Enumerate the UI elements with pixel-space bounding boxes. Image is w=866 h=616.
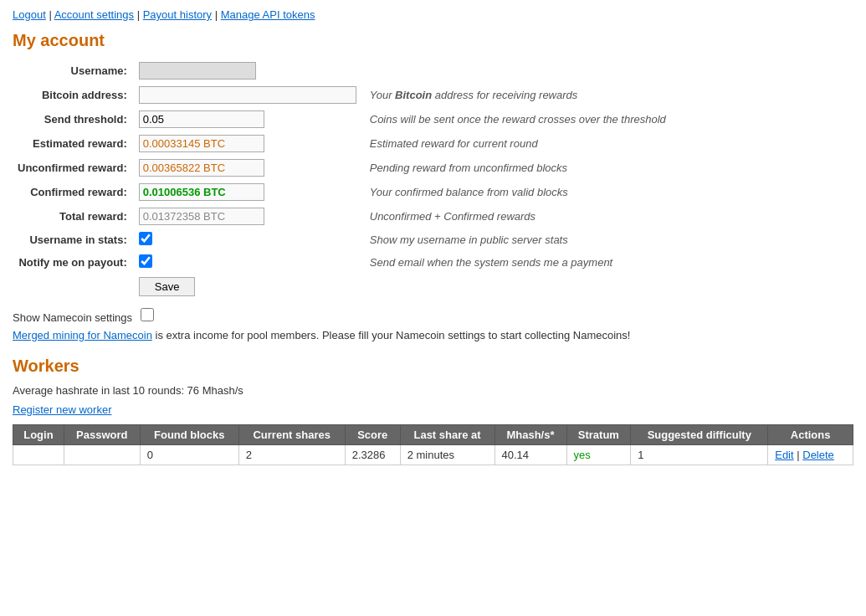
worker-found-blocks: 0 xyxy=(140,445,238,465)
namecoin-settings-row: Show Namecoin settings xyxy=(13,308,853,324)
payout-history-link[interactable]: Payout history xyxy=(143,8,212,21)
worker-password xyxy=(64,445,140,465)
estimated-reward-row: Estimated reward: Estimated reward for c… xyxy=(13,131,671,156)
col-suggested-difficulty: Suggested difficulty xyxy=(631,425,768,445)
workers-table-body: 0 2 2.3286 2 minutes 40.14 yes 1 Edit | … xyxy=(13,445,853,465)
worker-actions: Edit | Delete xyxy=(768,445,853,465)
worker-stratum: yes xyxy=(566,445,631,465)
send-threshold-label: Send threshold: xyxy=(13,107,134,131)
estimated-reward-field-cell xyxy=(134,131,361,156)
namecoin-settings-checkbox[interactable] xyxy=(141,308,154,321)
namecoin-link[interactable]: Merged mining for Namecoin xyxy=(13,329,152,341)
top-nav: Logout | Account settings | Payout histo… xyxy=(13,8,853,21)
col-stratum: Stratum xyxy=(566,425,631,445)
workers-section: Workers Average hashrate in last 10 roun… xyxy=(13,357,853,465)
logout-link[interactable]: Logout xyxy=(13,8,46,21)
btc-hint-post: address for receiving rewards xyxy=(432,89,577,101)
total-reward-row: Total reward: Unconfirmed + Confirmed re… xyxy=(13,204,671,228)
confirmed-reward-hint: Your confirmed balance from valid blocks xyxy=(361,180,671,204)
unconfirmed-reward-field-cell xyxy=(134,156,361,180)
workers-table-head: Login Password Found blocks Current shar… xyxy=(13,425,853,445)
nav-sep3: | xyxy=(215,8,221,21)
send-threshold-hint: Coins will be sent once the reward cross… xyxy=(361,107,671,131)
namecoin-info-text: is extra income for pool members. Please… xyxy=(152,329,631,341)
username-input[interactable] xyxy=(139,62,256,80)
delete-worker-link[interactable]: Delete xyxy=(802,449,834,461)
estimated-reward-input xyxy=(139,135,264,152)
namecoin-show-label: Show Namecoin settings xyxy=(13,311,132,324)
username-row: Username: xyxy=(13,59,671,83)
username-in-stats-field-cell xyxy=(134,228,361,251)
table-row: 0 2 2.3286 2 minutes 40.14 yes 1 Edit | … xyxy=(13,445,853,465)
save-button-cell: Save xyxy=(134,274,361,300)
username-in-stats-hint: Show my username in public server stats xyxy=(361,228,671,251)
send-threshold-row: Send threshold: Coins will be sent once … xyxy=(13,107,671,131)
unconfirmed-reward-input xyxy=(139,159,264,177)
workers-header-row: Login Password Found blocks Current shar… xyxy=(13,425,853,445)
notify-payout-field-cell xyxy=(134,251,361,274)
bitcoin-address-row: Bitcoin address: Your Bitcoin address fo… xyxy=(13,83,671,107)
edit-worker-link[interactable]: Edit xyxy=(775,449,793,461)
notify-payout-label: Notify me on payout: xyxy=(13,251,134,274)
worker-last-share: 2 minutes xyxy=(400,445,494,465)
estimated-reward-label: Estimated reward: xyxy=(13,131,134,156)
col-login: Login xyxy=(13,425,64,445)
worker-login xyxy=(13,445,64,465)
col-mhash: Mhash/s* xyxy=(494,425,566,445)
total-reward-label: Total reward: xyxy=(13,204,134,228)
username-field-cell xyxy=(134,59,361,83)
username-in-stats-label: Username in stats: xyxy=(13,228,134,251)
worker-current-shares: 2 xyxy=(238,445,345,465)
worker-suggested-difficulty: 1 xyxy=(631,445,768,465)
col-last-share: Last share at xyxy=(400,425,494,445)
confirmed-reward-input xyxy=(139,183,264,201)
manage-api-link[interactable]: Manage API tokens xyxy=(221,8,315,21)
my-account-title: My account xyxy=(13,31,853,50)
username-in-stats-checkbox[interactable] xyxy=(139,232,152,245)
username-label: Username: xyxy=(13,59,134,83)
btc-hint-bold: Bitcoin xyxy=(395,89,432,101)
confirmed-reward-label: Confirmed reward: xyxy=(13,180,134,204)
save-hint-cell xyxy=(361,274,671,300)
namecoin-info: Merged mining for Namecoin is extra inco… xyxy=(13,329,853,341)
total-reward-input xyxy=(139,208,264,225)
account-form-table: Username: Bitcoin address: Your Bitcoin … xyxy=(13,59,671,300)
send-threshold-input[interactable] xyxy=(139,110,264,128)
total-reward-field-cell xyxy=(134,204,361,228)
workers-title: Workers xyxy=(13,357,853,376)
username-hint xyxy=(361,59,671,83)
hashrate-info: Average hashrate in last 10 rounds: 76 M… xyxy=(13,384,853,397)
nav-sep2: | xyxy=(137,8,143,21)
col-found-blocks: Found blocks xyxy=(140,425,238,445)
worker-mhash: 40.14 xyxy=(494,445,566,465)
bitcoin-address-field-cell xyxy=(134,83,361,107)
col-current-shares: Current shares xyxy=(238,425,345,445)
account-settings-link[interactable]: Account settings xyxy=(54,8,134,21)
confirmed-reward-field-cell xyxy=(134,180,361,204)
bitcoin-address-hint: Your Bitcoin address for receiving rewar… xyxy=(361,83,671,107)
worker-score: 2.3286 xyxy=(345,445,400,465)
notify-payout-row: Notify me on payout: Send email when the… xyxy=(13,251,671,274)
save-button[interactable]: Save xyxy=(139,277,196,296)
workers-table: Login Password Found blocks Current shar… xyxy=(13,424,853,465)
save-spacer xyxy=(13,274,134,300)
register-worker-link[interactable]: Register new worker xyxy=(13,403,853,416)
btc-hint-pre: Your xyxy=(370,89,395,101)
confirmed-reward-row: Confirmed reward: Your confirmed balance… xyxy=(13,180,671,204)
col-password: Password xyxy=(64,425,140,445)
send-threshold-field-cell xyxy=(134,107,361,131)
col-actions: Actions xyxy=(768,425,853,445)
bitcoin-address-label: Bitcoin address: xyxy=(13,83,134,107)
unconfirmed-reward-hint: Pending reward from unconfirmed blocks xyxy=(361,156,671,180)
total-reward-hint: Unconfirmed + Confirmed rewards xyxy=(361,204,671,228)
unconfirmed-reward-row: Unconfirmed reward: Pending reward from … xyxy=(13,156,671,180)
bitcoin-address-input[interactable] xyxy=(139,86,356,104)
username-in-stats-row: Username in stats: Show my username in p… xyxy=(13,228,671,251)
save-row: Save xyxy=(13,274,671,300)
unconfirmed-reward-label: Unconfirmed reward: xyxy=(13,156,134,180)
col-score: Score xyxy=(345,425,400,445)
notify-payout-checkbox[interactable] xyxy=(139,254,152,268)
notify-payout-hint: Send email when the system sends me a pa… xyxy=(361,251,671,274)
estimated-reward-hint: Estimated reward for current round xyxy=(361,131,671,156)
